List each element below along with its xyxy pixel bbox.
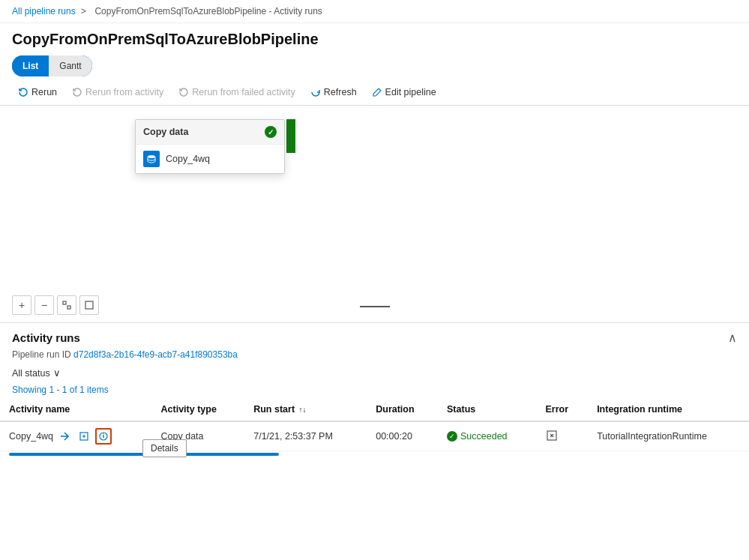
- refresh-button[interactable]: Refresh: [304, 84, 363, 100]
- filter-label: All status: [12, 368, 50, 379]
- rerun-from-failed-icon: [178, 87, 189, 97]
- breadcrumb-separator: >: [81, 6, 86, 16]
- svg-rect-1: [63, 301, 66, 304]
- gantt-view-button[interactable]: Gantt: [49, 55, 91, 76]
- activity-runs-header: Activity runs ∧: [0, 323, 749, 348]
- showing-prefix: Showing: [12, 385, 46, 395]
- svg-point-0: [148, 155, 155, 158]
- edit-pipeline-button[interactable]: Edit pipeline: [366, 84, 442, 100]
- canvas-divider: [360, 306, 390, 307]
- navigate-icon[interactable]: [56, 428, 73, 445]
- svg-rect-2: [67, 306, 70, 309]
- rerun-from-failed-button[interactable]: Rerun from failed activity: [172, 84, 301, 100]
- cell-status: ✓ Succeeded: [438, 421, 536, 451]
- rerun-icon: [18, 87, 28, 97]
- col-activity-type: Activity type: [152, 398, 245, 421]
- col-status: Status: [438, 398, 536, 421]
- activity-name-text: Copy_4wq: [9, 431, 53, 442]
- cell-error: [537, 421, 589, 451]
- collapse-button[interactable]: ∧: [728, 331, 737, 345]
- details-icon[interactable]: [95, 428, 112, 445]
- page-title: CopyFromOnPremSqlToAzureBlobPipeline: [0, 23, 749, 52]
- table-header-row: Activity name Activity type Run start ↑↓…: [0, 398, 749, 421]
- col-duration: Duration: [367, 398, 438, 421]
- error-icon: [546, 433, 558, 444]
- showing-count: Showing 1 - 1 of 1 items: [0, 383, 749, 398]
- showing-range: 1 - 1: [49, 385, 67, 395]
- details-tooltip: Details: [142, 439, 187, 457]
- all-pipelines-link[interactable]: All pipeline runs: [12, 6, 76, 16]
- col-error: Error: [537, 398, 589, 421]
- zoom-in-button[interactable]: +: [12, 295, 31, 315]
- canvas-area: Copy data ✓ Copy_4wq + −: [0, 106, 749, 323]
- view-toggle-group: List Gantt: [0, 52, 749, 79]
- activity-dropdown: Copy data ✓ Copy_4wq: [135, 119, 285, 174]
- rerun-from-activity-button[interactable]: Rerun from activity: [66, 84, 169, 100]
- canvas-controls: + −: [12, 295, 99, 315]
- dropdown-check-icon: ✓: [265, 126, 277, 138]
- cell-activity-name: Copy_4wq: [0, 421, 152, 451]
- fit-button[interactable]: [57, 295, 76, 315]
- pipeline-run-id-label: Pipeline run ID: [12, 349, 71, 360]
- svg-point-7: [103, 433, 103, 434]
- status-success: ✓ Succeeded: [447, 431, 527, 442]
- dropdown-item-name: Copy_4wq: [166, 154, 210, 164]
- svg-rect-3: [85, 301, 93, 309]
- cell-integration-runtime: TutorialIntegrationRuntime: [588, 421, 749, 451]
- rerun-button[interactable]: Rerun: [12, 84, 63, 100]
- table-row: Copy_4wq Copy data: [0, 421, 749, 451]
- showing-suffix: of 1 items: [70, 385, 109, 395]
- col-activity-name: Activity name: [0, 398, 152, 421]
- pipeline-run-id-link[interactable]: d72d8f3a-2b16-4fe9-acb7-a41f890353ba: [73, 349, 238, 360]
- toolbar: Rerun Rerun from activity Rerun from fai…: [0, 79, 749, 106]
- expand-button[interactable]: [79, 295, 99, 315]
- activity-runs-table: Activity name Activity type Run start ↑↓…: [0, 398, 749, 451]
- pipeline-run-id-row: Pipeline run ID d72d8f3a-2b16-4fe9-acb7-…: [0, 348, 749, 364]
- export-icon[interactable]: [76, 428, 92, 445]
- status-filter-button[interactable]: All status ∨: [12, 367, 61, 379]
- activity-runs-section: Activity runs ∧ Pipeline run ID d72d8f3a…: [0, 323, 749, 457]
- list-view-button[interactable]: List: [12, 55, 49, 76]
- rerun-from-activity-icon: [72, 87, 82, 97]
- db-icon: [143, 151, 160, 167]
- filter-row: All status ∨: [0, 364, 749, 383]
- zoom-out-button[interactable]: −: [34, 295, 54, 315]
- filter-chevron-icon: ∨: [53, 367, 61, 379]
- activity-runs-title: Activity runs: [12, 331, 80, 344]
- row-actions: Copy_4wq: [9, 428, 143, 445]
- status-dot-icon: ✓: [447, 431, 457, 442]
- expand-icon: [85, 301, 94, 310]
- breadcrumb-current: CopyFromOnPremSqlToAzureBlobPipeline - A…: [94, 6, 322, 16]
- status-text: Succeeded: [460, 431, 508, 442]
- sort-icon: ↑↓: [299, 406, 307, 414]
- activity-status-indicator: [286, 119, 295, 153]
- cell-duration: 00:00:20: [367, 421, 438, 451]
- cell-run-start: 7/1/21, 2:53:37 PM: [244, 421, 367, 451]
- col-integration-runtime: Integration runtime: [588, 398, 749, 421]
- edit-icon: [372, 87, 382, 97]
- col-run-start: Run start ↑↓: [244, 398, 367, 421]
- fit-icon: [62, 301, 71, 310]
- refresh-icon: [310, 87, 321, 97]
- dropdown-item[interactable]: Copy_4wq: [136, 145, 284, 173]
- dropdown-header: Copy data ✓: [136, 120, 284, 145]
- breadcrumb: All pipeline runs > CopyFromOnPremSqlToA…: [0, 0, 749, 23]
